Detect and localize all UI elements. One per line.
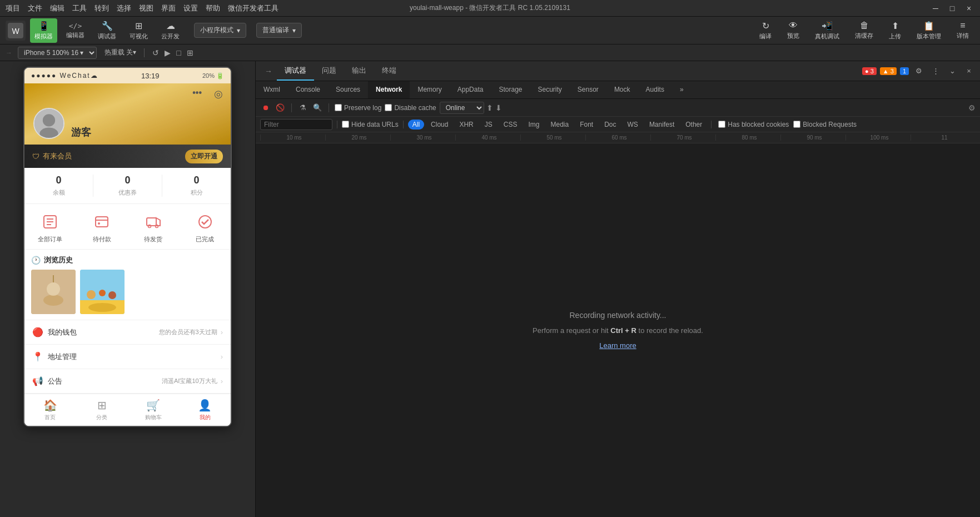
has-blocked-cookies-checkbox[interactable] bbox=[718, 121, 725, 128]
real-debug-button[interactable]: 📲 真机调试 bbox=[809, 18, 845, 43]
tab-mock[interactable]: Mock bbox=[606, 81, 638, 98]
compile-button[interactable]: ↻ 编译 bbox=[754, 18, 777, 43]
blocked-requests-label[interactable]: Blocked Requests bbox=[793, 121, 857, 128]
tab-appdata[interactable]: AppData bbox=[450, 81, 491, 98]
wallet-menu-item[interactable]: 🔴 我的钱包 您的会员还有3天过期 › bbox=[24, 320, 231, 345]
order-all[interactable]: 全部订单 bbox=[24, 212, 76, 243]
cloud-button[interactable]: ☁ 云开发 bbox=[157, 18, 184, 43]
tab-memory[interactable]: Memory bbox=[410, 81, 449, 98]
hide-data-urls-label[interactable]: Hide data URLs bbox=[342, 121, 399, 128]
filter-xhr-btn[interactable]: XHR bbox=[455, 120, 477, 130]
tab-sources[interactable]: Sources bbox=[328, 81, 368, 98]
nav-categories[interactable]: ⊞ 分类 bbox=[76, 394, 128, 426]
network-filter-input[interactable] bbox=[260, 119, 332, 130]
minimize-button[interactable]: ─ bbox=[930, 4, 941, 13]
clear-log-button[interactable]: 🚫 bbox=[275, 102, 286, 113]
has-blocked-cookies-label[interactable]: Has blocked cookies bbox=[718, 121, 789, 128]
phone-frame-icon[interactable]: □ bbox=[176, 48, 181, 57]
hide-data-urls-checkbox[interactable] bbox=[342, 121, 349, 128]
disable-cache-checkbox[interactable] bbox=[385, 104, 392, 111]
filter-all-btn[interactable]: All bbox=[408, 120, 424, 130]
filter-doc-btn[interactable]: Doc bbox=[600, 120, 620, 130]
translate-selector[interactable]: 普通编译 ▾ bbox=[256, 23, 302, 38]
tab-console[interactable]: Console bbox=[288, 81, 328, 98]
filter-js-btn[interactable]: JS bbox=[480, 120, 497, 130]
search-button[interactable]: 🔍 bbox=[312, 102, 323, 113]
disable-cache-label[interactable]: Disable cache bbox=[385, 104, 436, 112]
filter-img-btn[interactable]: Img bbox=[524, 120, 544, 130]
menu-goto[interactable]: 转到 bbox=[94, 3, 109, 13]
tab-sensor[interactable]: Sensor bbox=[570, 81, 606, 98]
nav-home[interactable]: 🏠 首页 bbox=[24, 394, 76, 426]
hot-reload-toggle[interactable]: 热重载 关▾ bbox=[105, 48, 136, 57]
order-completed[interactable]: 已完成 bbox=[179, 212, 231, 243]
order-pending-payment[interactable]: 待付款 bbox=[76, 212, 128, 243]
nav-cart[interactable]: 🛒 购物车 bbox=[128, 394, 180, 426]
version-mgmt-button[interactable]: 📋 版本管理 bbox=[911, 18, 947, 43]
filter-cloud-btn[interactable]: Cloud bbox=[426, 120, 452, 130]
tab-wxml[interactable]: Wxml bbox=[256, 81, 288, 98]
play-icon[interactable]: ▶ bbox=[165, 48, 171, 57]
menu-tools[interactable]: 工具 bbox=[72, 3, 87, 13]
tab-network[interactable]: Network bbox=[368, 81, 410, 98]
phone-menu-dots-btn[interactable]: ••• bbox=[192, 88, 202, 98]
phone-camera-btn[interactable]: ◎ bbox=[214, 88, 223, 100]
menu-select[interactable]: 选择 bbox=[117, 3, 131, 13]
download-throttle-icon[interactable]: ⬇ bbox=[495, 103, 502, 112]
device-selector[interactable]: iPhone 5 100% 16 ▾ bbox=[18, 47, 97, 59]
tab-security[interactable]: Security bbox=[530, 81, 569, 98]
debugger-button[interactable]: 🔧 调试器 bbox=[93, 18, 121, 43]
menu-wechat-tools[interactable]: 微信开发者工具 bbox=[228, 3, 278, 13]
record-button[interactable]: ⏺ bbox=[260, 102, 271, 113]
order-pending-ship[interactable]: 待发货 bbox=[128, 212, 180, 243]
refresh-simulator-icon[interactable]: ↺ bbox=[152, 48, 159, 57]
tab-terminal[interactable]: 终端 bbox=[374, 61, 404, 81]
nav-profile[interactable]: 👤 我的 bbox=[179, 394, 231, 426]
upload-button[interactable]: ⬆ 上传 bbox=[883, 18, 907, 43]
announcement-menu-item[interactable]: 📢 公告 消遥AI宝藏10万大礼 › bbox=[24, 369, 231, 394]
menu-view[interactable]: 视图 bbox=[139, 3, 153, 13]
filter-font-btn[interactable]: Font bbox=[575, 120, 598, 130]
menu-settings[interactable]: 设置 bbox=[183, 3, 198, 13]
editor-button[interactable]: </> 编辑器 bbox=[62, 19, 89, 42]
tab-more-inner[interactable]: » bbox=[672, 81, 692, 98]
menu-project[interactable]: 项目 bbox=[6, 3, 20, 13]
network-settings-icon[interactable]: ⚙ bbox=[968, 103, 976, 112]
address-menu-item[interactable]: 📍 地址管理 › bbox=[24, 345, 231, 369]
filter-manifest-btn[interactable]: Manifest bbox=[645, 120, 679, 130]
menu-file[interactable]: 文件 bbox=[28, 3, 42, 13]
menu-help[interactable]: 帮助 bbox=[206, 3, 220, 13]
history-image-2[interactable] bbox=[80, 270, 125, 314]
more-options-icon[interactable]: ⋮ bbox=[929, 64, 942, 78]
filter-css-btn[interactable]: CSS bbox=[499, 120, 522, 130]
settings-icon[interactable]: ⚙ bbox=[912, 64, 926, 78]
preserve-log-checkbox[interactable] bbox=[335, 104, 342, 111]
activate-membership-button[interactable]: 立即开通 bbox=[185, 150, 223, 163]
expand-icon[interactable]: → bbox=[260, 61, 277, 81]
tab-storage[interactable]: Storage bbox=[491, 81, 530, 98]
tab-issues[interactable]: 问题 bbox=[314, 61, 344, 81]
preserve-log-label[interactable]: Preserve log bbox=[335, 104, 381, 112]
mode-selector[interactable]: 小程序模式 ▾ bbox=[194, 23, 246, 38]
detail-button[interactable]: ≡ 详情 bbox=[951, 18, 974, 43]
tab-output[interactable]: 输出 bbox=[344, 61, 374, 81]
preview-button[interactable]: 👁 预览 bbox=[782, 18, 805, 43]
tab-debugger[interactable]: 调试器 bbox=[277, 61, 314, 81]
close-devtools-icon[interactable]: × bbox=[962, 64, 976, 78]
menu-interface[interactable]: 界面 bbox=[161, 3, 176, 13]
connection-selector[interactable]: Online Offline Slow 3G Fast 3G bbox=[440, 102, 484, 114]
filter-other-btn[interactable]: Other bbox=[681, 120, 707, 130]
close-button[interactable]: × bbox=[963, 4, 974, 13]
menu-edit[interactable]: 编辑 bbox=[50, 3, 64, 13]
learn-more-link[interactable]: Learn more bbox=[599, 341, 636, 350]
tab-audits[interactable]: Audits bbox=[638, 81, 672, 98]
simulator-button[interactable]: 📱 模拟器 bbox=[30, 18, 57, 43]
filter-ws-btn[interactable]: WS bbox=[623, 120, 643, 130]
grid-icon[interactable]: ⊞ bbox=[187, 48, 193, 57]
filter-icon[interactable]: ⚗ bbox=[297, 102, 309, 113]
upload-throttle-icon[interactable]: ⬆ bbox=[486, 103, 493, 112]
blocked-requests-checkbox[interactable] bbox=[793, 121, 800, 128]
history-image-1[interactable] bbox=[31, 270, 76, 314]
maximize-button[interactable]: □ bbox=[947, 4, 958, 13]
collapse-icon[interactable]: ⌄ bbox=[946, 64, 959, 78]
